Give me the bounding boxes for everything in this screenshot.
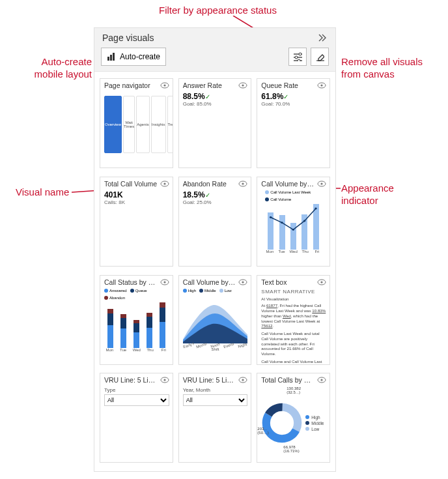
legend-item: Middle bbox=[305, 421, 324, 426]
axis-tick: Mon bbox=[265, 250, 274, 254]
visual-card-body: 61.8%✓Goal: 70.0% bbox=[257, 91, 329, 167]
y-axis-label: Call Volume Last Week bbox=[257, 189, 258, 212]
visual-name: Total Calls by Pri... bbox=[261, 376, 315, 384]
appearance-indicator-icon[interactable] bbox=[238, 279, 247, 285]
svg-point-29 bbox=[315, 207, 317, 209]
visual-card[interactable]: Total Call Volume401KCalls: 8K bbox=[100, 177, 173, 267]
svg-point-37 bbox=[163, 379, 165, 381]
appearance-indicator-icon[interactable] bbox=[238, 377, 247, 383]
visual-card[interactable]: Call Status by W...AnsweredQueueAbandonM… bbox=[100, 275, 173, 365]
collapse-icon[interactable] bbox=[317, 33, 328, 43]
svg-point-27 bbox=[292, 229, 294, 231]
auto-create-label: Auto-create bbox=[120, 52, 160, 61]
visual-card-body: HighMiddleLowEarly MorningMorningNoonEve… bbox=[179, 287, 251, 364]
visual-card[interactable]: Call Volume by ...Call Volume Last WeekC… bbox=[257, 177, 330, 267]
slicer-select[interactable]: All bbox=[104, 394, 169, 406]
svg-point-22 bbox=[242, 182, 244, 184]
donut-datalabel: 203...(50....) bbox=[257, 427, 268, 435]
pagenav-tab[interactable]: Overview bbox=[104, 96, 122, 153]
visual-card[interactable]: Total Calls by Pri...HighMiddleLow130,38… bbox=[257, 373, 330, 463]
axis-tick: Thu bbox=[301, 250, 310, 254]
visual-card[interactable]: Abandon Rate18.5%✓Goal: 25.0% bbox=[178, 177, 252, 267]
pagenav-tab[interactable]: Trends bbox=[167, 96, 173, 153]
axis-tick: Fri bbox=[313, 250, 322, 254]
kpi-goal: Goal: 70.0% bbox=[261, 101, 326, 107]
slicer-label: Type bbox=[104, 387, 115, 393]
svg-point-33 bbox=[242, 281, 244, 283]
auto-create-button[interactable]: Auto-create bbox=[101, 48, 166, 66]
eraser-icon bbox=[315, 52, 324, 61]
text-header: SMART NARRATIVE bbox=[261, 289, 326, 295]
appearance-indicator-icon[interactable] bbox=[160, 181, 169, 187]
svg-point-16 bbox=[242, 84, 244, 86]
svg-point-20 bbox=[163, 182, 165, 184]
visual-name: Call Status by W... bbox=[104, 278, 158, 286]
svg-point-26 bbox=[281, 222, 283, 224]
axis-tick: Wed bbox=[289, 250, 298, 254]
panel-header: Page visuals bbox=[94, 28, 335, 48]
check-icon: ✓ bbox=[283, 93, 288, 100]
visual-name: Call Volume by S... bbox=[183, 278, 236, 286]
pagenav-tab[interactable]: Agents bbox=[136, 96, 150, 153]
filter-button[interactable] bbox=[288, 48, 307, 66]
appearance-indicator-icon[interactable] bbox=[160, 82, 169, 89]
visual-card[interactable]: VRU Line: 5 Line...TypeAll bbox=[100, 373, 173, 463]
sliders-icon bbox=[293, 52, 302, 61]
svg-point-41 bbox=[320, 379, 322, 381]
visual-card[interactable]: Answer Rate88.5%✓Goal: 85.0% bbox=[178, 78, 252, 168]
visual-card-header: Text box bbox=[257, 276, 329, 287]
visual-card[interactable]: Call Volume by S...HighMiddleLowEarly Mo… bbox=[178, 275, 252, 365]
visual-card[interactable]: Text boxSMART NARRATIVEAI VisualizationA… bbox=[257, 275, 330, 365]
visual-card-header: VRU Line: 5 Line... bbox=[179, 373, 251, 385]
appearance-indicator-icon[interactable] bbox=[317, 377, 326, 383]
visual-card-header: Total Call Volume bbox=[100, 177, 173, 189]
appearance-indicator-icon[interactable] bbox=[317, 181, 326, 187]
kpi-value: 401K bbox=[104, 190, 123, 199]
appearance-indicator-icon[interactable] bbox=[160, 377, 169, 383]
visual-card-body: Year, MonthAll bbox=[179, 385, 251, 462]
visual-card-body: 88.5%✓Goal: 85.0% bbox=[179, 91, 251, 167]
slicer-select[interactable]: All bbox=[183, 394, 248, 406]
visual-card-body: HighMiddleLow130,382(32.5...)203...(50..… bbox=[257, 385, 329, 462]
axis-tick: Tue bbox=[118, 348, 129, 352]
remove-all-button[interactable] bbox=[311, 48, 329, 66]
appearance-indicator-icon[interactable] bbox=[160, 279, 169, 285]
visual-card-header: Call Status by W... bbox=[100, 276, 173, 287]
visual-card[interactable]: Page navigatorOverviewWait TimesAgentsIn… bbox=[100, 78, 173, 168]
y-axis-label: Call Volume bbox=[329, 203, 329, 221]
svg-rect-5 bbox=[113, 53, 115, 61]
visual-card-body: 401KCalls: 8K bbox=[100, 189, 173, 266]
svg-point-28 bbox=[303, 220, 305, 222]
svg-rect-4 bbox=[110, 55, 112, 61]
text-sub: AI Visualization bbox=[261, 297, 326, 302]
visual-card-header: Total Calls by Pri... bbox=[257, 373, 329, 385]
pagenav-tab[interactable]: Insights bbox=[151, 96, 166, 153]
legend-item: Queue bbox=[130, 289, 147, 293]
visual-card-header: VRU Line: 5 Line... bbox=[100, 373, 173, 385]
kpi-value: 88.5% bbox=[183, 92, 205, 101]
appearance-indicator-icon[interactable] bbox=[238, 181, 247, 187]
legend-item: Abandon bbox=[104, 296, 125, 300]
visual-name: VRU Line: 5 Line... bbox=[183, 376, 236, 384]
visual-name: Queue Rate bbox=[261, 81, 315, 89]
visual-card-body: 18.5%✓Goal: 25.0% bbox=[179, 189, 251, 266]
appearance-indicator-icon[interactable] bbox=[317, 82, 326, 89]
visual-name: Page navigator bbox=[104, 81, 158, 89]
pagenav-tab[interactable]: Wait Times bbox=[123, 96, 135, 153]
legend-item: High bbox=[305, 415, 324, 420]
visual-card[interactable]: VRU Line: 5 Line...Year, MonthAll bbox=[178, 373, 252, 463]
visual-name: Abandon Rate bbox=[183, 180, 236, 188]
svg-point-24 bbox=[320, 182, 322, 184]
page-visuals-panel: Page visuals Auto-create bbox=[94, 27, 336, 472]
annotation-autocreate: Auto-createmobile layout bbox=[14, 56, 92, 81]
visual-card-header: Abandon Rate bbox=[179, 177, 251, 189]
svg-point-14 bbox=[163, 84, 165, 86]
appearance-indicator-icon[interactable] bbox=[317, 279, 326, 285]
visual-card-header: Call Volume by S... bbox=[179, 276, 251, 287]
visual-name: Total Call Volume bbox=[104, 180, 158, 188]
visual-card-body: TypeAll bbox=[100, 385, 173, 462]
visual-card[interactable]: Queue Rate61.8%✓Goal: 70.0% bbox=[257, 78, 330, 168]
legend-item: Low bbox=[305, 427, 324, 431]
visual-card-body: AnsweredQueueAbandonMonTueWedThuFri bbox=[100, 287, 173, 364]
appearance-indicator-icon[interactable] bbox=[238, 82, 247, 89]
